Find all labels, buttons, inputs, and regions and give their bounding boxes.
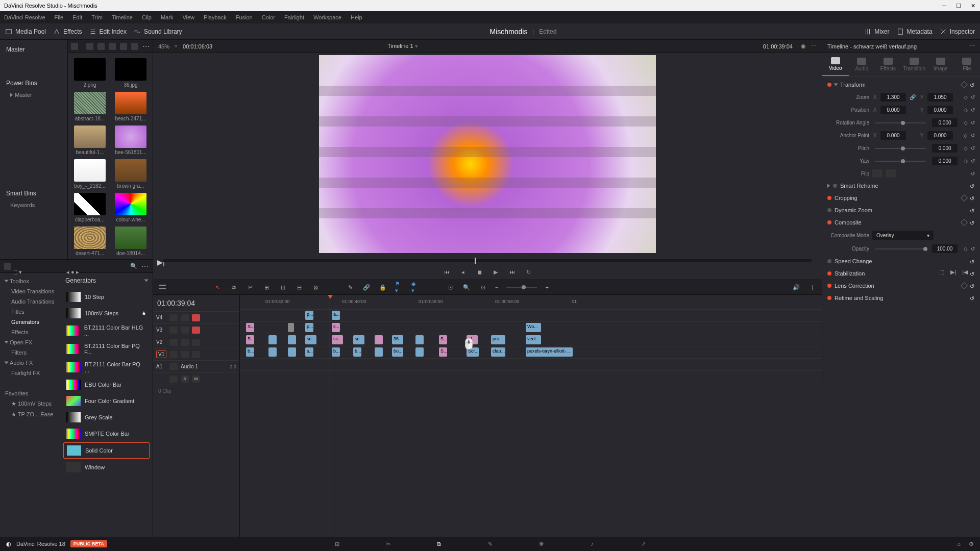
generator-bt-2111-color-bar-pq----[interactable]: BT.2111 Color Bar PQ ... — [63, 359, 150, 376]
blade-tool-icon[interactable]: ✂ — [246, 283, 254, 291]
media-thumb[interactable]: desert-471... — [73, 227, 107, 256]
menu-timeline[interactable]: Timeline — [112, 14, 133, 20]
zoom-out-icon[interactable]: − — [495, 284, 498, 290]
rotation-input[interactable]: 0.000 — [932, 118, 958, 127]
opacity-kf-icon[interactable]: ◇ — [964, 246, 968, 252]
media-thumb[interactable]: beach-3471... — [114, 92, 148, 121]
menu-mark[interactable]: Mark — [161, 14, 173, 20]
first-frame-icon[interactable]: ⏮ — [443, 268, 451, 276]
media-thumb[interactable]: brown gra... — [114, 159, 148, 189]
effects-button[interactable]: Effects — [53, 28, 82, 35]
menu-fusion[interactable]: Fusion — [236, 14, 253, 20]
generator-window[interactable]: Window — [63, 460, 150, 475]
bin-keywords[interactable]: Keywords — [0, 200, 67, 210]
cut-page-icon[interactable]: ✂ — [383, 539, 393, 549]
clip[interactable]: b... — [332, 347, 340, 357]
sound-library-button[interactable]: Sound Library — [134, 28, 182, 35]
mute-icon[interactable]: 🔊 — [792, 283, 800, 291]
fairlight-page-icon[interactable]: ♪ — [587, 539, 597, 549]
marker-icon[interactable]: ◆ ▾ — [411, 283, 420, 291]
fx-tree-open-fx[interactable]: Open FX — [0, 337, 60, 347]
favorite-item[interactable]: ★ 100mV Steps — [0, 398, 60, 409]
clip[interactable]: s... — [305, 347, 313, 357]
maximize-icon[interactable]: ☐ — [955, 3, 962, 9]
inspector-button[interactable]: Inspector — [940, 28, 975, 35]
menu-playback[interactable]: Playback — [204, 14, 227, 20]
prev-edit-icon[interactable]: ◂ ● ▸ — [66, 269, 79, 276]
clip[interactable]: b... — [353, 347, 361, 357]
bin-master[interactable]: Master — [0, 43, 67, 56]
metadata-button[interactable]: Metadata — [897, 28, 933, 35]
track-header-v1[interactable]: V1 — [153, 348, 239, 360]
snap-icon[interactable]: ⊡ — [446, 283, 454, 291]
scrubber[interactable] — [163, 259, 812, 262]
prev-clip-icon[interactable]: |◀ — [962, 269, 968, 276]
timeline-view-icon[interactable] — [158, 283, 166, 291]
pool-mode-icon[interactable] — [71, 43, 78, 50]
fx-tree-titles[interactable]: Titles — [0, 307, 60, 317]
clip[interactable]: clap... — [491, 347, 505, 357]
collapse-icon[interactable] — [144, 280, 149, 282]
clip[interactable]: pro... — [491, 335, 505, 344]
viewer-options-icon[interactable]: ⋯ — [811, 43, 817, 49]
append-icon[interactable]: ⊠ — [311, 283, 320, 291]
clip[interactable] — [288, 347, 296, 357]
anchor-x-input[interactable]: 0.000 — [880, 131, 906, 140]
opacity-reset-icon[interactable]: ↺ — [971, 246, 975, 252]
reset-icon[interactable]: ↺ — [970, 82, 975, 87]
razor-icon[interactable]: ✎ — [346, 283, 354, 291]
deliver-page-icon[interactable]: ↗ — [638, 539, 648, 549]
menu-davinci-resolve[interactable]: DaVinci Resolve — [4, 14, 45, 20]
fx-search-icon[interactable]: 🔍 — [130, 263, 137, 269]
generator-ebu-color-bar[interactable]: EBU Color Bar — [63, 377, 150, 392]
generator-solid-color[interactable]: Solid Color — [63, 442, 150, 459]
zoom-kf-icon[interactable]: ◇ — [964, 94, 968, 100]
clip[interactable] — [288, 335, 296, 344]
clip[interactable]: Wo... — [526, 323, 541, 332]
prev-frame-icon[interactable]: ◂ — [459, 268, 467, 276]
track-v3[interactable]: S...p...s...Wo... — [240, 321, 822, 334]
next-clip-icon[interactable]: ▶| — [950, 269, 956, 276]
section-composite[interactable]: Composite↺ — [822, 216, 980, 229]
track-header-v3[interactable]: V3 — [153, 323, 239, 336]
media-thumb[interactable]: doe-18014... — [114, 227, 148, 256]
clip[interactable] — [415, 335, 424, 344]
arrow-tool-icon[interactable]: ↖ — [213, 283, 222, 291]
replace-icon[interactable]: ⊟ — [295, 283, 303, 291]
inspector-tab-file[interactable]: File — [954, 53, 981, 76]
media-thumb[interactable]: clapperboa... — [73, 193, 107, 222]
track-header-a1[interactable]: A1Audio 12.0 — [153, 360, 239, 372]
clip[interactable]: sc... — [353, 335, 364, 344]
trim-tool-icon[interactable]: ⧉ — [230, 283, 238, 291]
clip[interactable]: p... — [305, 311, 313, 320]
media-thumb[interactable]: boy_-_2182... — [73, 159, 107, 189]
viewer-canvas[interactable] — [319, 55, 656, 253]
timeline-name[interactable]: Timeline 1 — [387, 43, 413, 49]
clip[interactable]: bo... — [392, 347, 403, 357]
track-v2[interactable]: S...sc...sc...sc...36...S...s1...pro...v… — [240, 334, 822, 346]
anchor-y-input[interactable]: 0.000 — [927, 131, 953, 140]
close-icon[interactable]: ✕ — [970, 3, 976, 9]
media-thumb[interactable]: bee-561801... — [114, 126, 148, 155]
link-icon[interactable]: 🔗 — [362, 283, 371, 291]
menu-help[interactable]: Help — [351, 14, 362, 20]
menu-view[interactable]: View — [182, 14, 194, 20]
stop-icon[interactable]: ◼ — [475, 268, 483, 276]
next-frame-icon[interactable]: ⏭ — [508, 268, 516, 276]
edit-index-button[interactable]: Edit Index — [89, 28, 127, 35]
bypass-icon[interactable]: ◉ — [801, 43, 806, 49]
clip[interactable]: sc... — [305, 335, 316, 344]
pitch-reset-icon[interactable]: ↺ — [971, 145, 975, 151]
audio-track[interactable] — [240, 370, 822, 383]
menu-color[interactable]: Color — [262, 14, 275, 20]
fx-options-icon[interactable]: ⋯ — [141, 262, 149, 270]
audio-track[interactable] — [240, 383, 822, 395]
fullscreen-icon[interactable]: ⬚ — [939, 269, 944, 276]
clip[interactable]: 36... — [392, 335, 403, 344]
flip-v-button[interactable] — [886, 169, 896, 178]
yaw-reset-icon[interactable]: ↺ — [971, 158, 975, 164]
clip[interactable]: a... — [332, 311, 340, 320]
view-strip-icon[interactable] — [109, 43, 116, 50]
yaw-kf-icon[interactable]: ◇ — [964, 158, 968, 164]
zoom-fit-icon[interactable]: ⊙ — [479, 283, 487, 291]
